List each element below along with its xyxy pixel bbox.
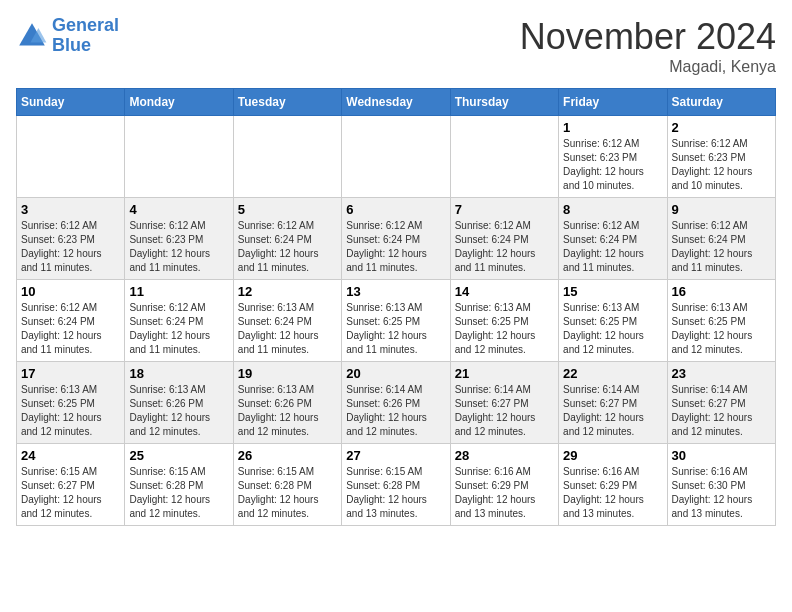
day-number: 13	[346, 284, 445, 299]
day-info: Sunrise: 6:12 AM Sunset: 6:23 PM Dayligh…	[563, 137, 662, 193]
calendar-cell: 16Sunrise: 6:13 AM Sunset: 6:25 PM Dayli…	[667, 280, 775, 362]
day-info: Sunrise: 6:16 AM Sunset: 6:29 PM Dayligh…	[455, 465, 554, 521]
day-number: 4	[129, 202, 228, 217]
day-info: Sunrise: 6:12 AM Sunset: 6:24 PM Dayligh…	[238, 219, 337, 275]
calendar-cell: 29Sunrise: 6:16 AM Sunset: 6:29 PM Dayli…	[559, 444, 667, 526]
calendar-cell	[17, 116, 125, 198]
calendar-cell: 21Sunrise: 6:14 AM Sunset: 6:27 PM Dayli…	[450, 362, 558, 444]
day-number: 1	[563, 120, 662, 135]
day-number: 22	[563, 366, 662, 381]
day-info: Sunrise: 6:13 AM Sunset: 6:25 PM Dayligh…	[563, 301, 662, 357]
day-number: 24	[21, 448, 120, 463]
calendar-cell: 24Sunrise: 6:15 AM Sunset: 6:27 PM Dayli…	[17, 444, 125, 526]
day-info: Sunrise: 6:12 AM Sunset: 6:23 PM Dayligh…	[21, 219, 120, 275]
header-monday: Monday	[125, 89, 233, 116]
calendar-cell: 12Sunrise: 6:13 AM Sunset: 6:24 PM Dayli…	[233, 280, 341, 362]
day-info: Sunrise: 6:14 AM Sunset: 6:26 PM Dayligh…	[346, 383, 445, 439]
day-info: Sunrise: 6:13 AM Sunset: 6:25 PM Dayligh…	[455, 301, 554, 357]
calendar-cell: 1Sunrise: 6:12 AM Sunset: 6:23 PM Daylig…	[559, 116, 667, 198]
week-row-2: 3Sunrise: 6:12 AM Sunset: 6:23 PM Daylig…	[17, 198, 776, 280]
day-info: Sunrise: 6:12 AM Sunset: 6:23 PM Dayligh…	[129, 219, 228, 275]
day-info: Sunrise: 6:16 AM Sunset: 6:30 PM Dayligh…	[672, 465, 771, 521]
day-info: Sunrise: 6:12 AM Sunset: 6:23 PM Dayligh…	[672, 137, 771, 193]
day-info: Sunrise: 6:12 AM Sunset: 6:24 PM Dayligh…	[129, 301, 228, 357]
day-info: Sunrise: 6:12 AM Sunset: 6:24 PM Dayligh…	[672, 219, 771, 275]
day-number: 11	[129, 284, 228, 299]
header-row: SundayMondayTuesdayWednesdayThursdayFrid…	[17, 89, 776, 116]
calendar-cell: 17Sunrise: 6:13 AM Sunset: 6:25 PM Dayli…	[17, 362, 125, 444]
calendar-cell: 11Sunrise: 6:12 AM Sunset: 6:24 PM Dayli…	[125, 280, 233, 362]
day-number: 10	[21, 284, 120, 299]
day-info: Sunrise: 6:13 AM Sunset: 6:25 PM Dayligh…	[346, 301, 445, 357]
calendar-cell	[233, 116, 341, 198]
calendar-cell: 18Sunrise: 6:13 AM Sunset: 6:26 PM Dayli…	[125, 362, 233, 444]
calendar-cell: 19Sunrise: 6:13 AM Sunset: 6:26 PM Dayli…	[233, 362, 341, 444]
day-number: 25	[129, 448, 228, 463]
day-number: 12	[238, 284, 337, 299]
day-number: 19	[238, 366, 337, 381]
calendar-cell: 3Sunrise: 6:12 AM Sunset: 6:23 PM Daylig…	[17, 198, 125, 280]
day-number: 28	[455, 448, 554, 463]
day-number: 27	[346, 448, 445, 463]
calendar-cell: 26Sunrise: 6:15 AM Sunset: 6:28 PM Dayli…	[233, 444, 341, 526]
day-number: 16	[672, 284, 771, 299]
day-number: 5	[238, 202, 337, 217]
day-info: Sunrise: 6:15 AM Sunset: 6:28 PM Dayligh…	[238, 465, 337, 521]
header-saturday: Saturday	[667, 89, 775, 116]
day-number: 3	[21, 202, 120, 217]
day-info: Sunrise: 6:14 AM Sunset: 6:27 PM Dayligh…	[455, 383, 554, 439]
calendar-cell: 30Sunrise: 6:16 AM Sunset: 6:30 PM Dayli…	[667, 444, 775, 526]
day-info: Sunrise: 6:13 AM Sunset: 6:26 PM Dayligh…	[238, 383, 337, 439]
day-info: Sunrise: 6:12 AM Sunset: 6:24 PM Dayligh…	[563, 219, 662, 275]
day-info: Sunrise: 6:15 AM Sunset: 6:27 PM Dayligh…	[21, 465, 120, 521]
calendar-cell: 2Sunrise: 6:12 AM Sunset: 6:23 PM Daylig…	[667, 116, 775, 198]
day-info: Sunrise: 6:14 AM Sunset: 6:27 PM Dayligh…	[672, 383, 771, 439]
calendar-cell: 14Sunrise: 6:13 AM Sunset: 6:25 PM Dayli…	[450, 280, 558, 362]
day-number: 23	[672, 366, 771, 381]
week-row-4: 17Sunrise: 6:13 AM Sunset: 6:25 PM Dayli…	[17, 362, 776, 444]
day-number: 2	[672, 120, 771, 135]
calendar-cell: 22Sunrise: 6:14 AM Sunset: 6:27 PM Dayli…	[559, 362, 667, 444]
week-row-1: 1Sunrise: 6:12 AM Sunset: 6:23 PM Daylig…	[17, 116, 776, 198]
calendar-cell: 4Sunrise: 6:12 AM Sunset: 6:23 PM Daylig…	[125, 198, 233, 280]
logo: General Blue	[16, 16, 119, 56]
calendar-body: 1Sunrise: 6:12 AM Sunset: 6:23 PM Daylig…	[17, 116, 776, 526]
day-info: Sunrise: 6:16 AM Sunset: 6:29 PM Dayligh…	[563, 465, 662, 521]
calendar-cell: 25Sunrise: 6:15 AM Sunset: 6:28 PM Dayli…	[125, 444, 233, 526]
day-number: 9	[672, 202, 771, 217]
day-info: Sunrise: 6:15 AM Sunset: 6:28 PM Dayligh…	[129, 465, 228, 521]
week-row-5: 24Sunrise: 6:15 AM Sunset: 6:27 PM Dayli…	[17, 444, 776, 526]
calendar-cell	[342, 116, 450, 198]
header-tuesday: Tuesday	[233, 89, 341, 116]
day-number: 8	[563, 202, 662, 217]
day-number: 15	[563, 284, 662, 299]
day-info: Sunrise: 6:13 AM Sunset: 6:25 PM Dayligh…	[21, 383, 120, 439]
day-number: 20	[346, 366, 445, 381]
calendar-cell	[450, 116, 558, 198]
day-number: 18	[129, 366, 228, 381]
calendar-cell: 13Sunrise: 6:13 AM Sunset: 6:25 PM Dayli…	[342, 280, 450, 362]
month-title: November 2024	[520, 16, 776, 58]
calendar-cell: 10Sunrise: 6:12 AM Sunset: 6:24 PM Dayli…	[17, 280, 125, 362]
day-info: Sunrise: 6:13 AM Sunset: 6:26 PM Dayligh…	[129, 383, 228, 439]
day-number: 30	[672, 448, 771, 463]
day-info: Sunrise: 6:15 AM Sunset: 6:28 PM Dayligh…	[346, 465, 445, 521]
location: Magadi, Kenya	[520, 58, 776, 76]
calendar-cell: 7Sunrise: 6:12 AM Sunset: 6:24 PM Daylig…	[450, 198, 558, 280]
calendar-cell: 6Sunrise: 6:12 AM Sunset: 6:24 PM Daylig…	[342, 198, 450, 280]
logo-general: General	[52, 15, 119, 35]
calendar-cell: 27Sunrise: 6:15 AM Sunset: 6:28 PM Dayli…	[342, 444, 450, 526]
title-block: November 2024 Magadi, Kenya	[520, 16, 776, 76]
logo-text: General Blue	[52, 16, 119, 56]
calendar-cell: 15Sunrise: 6:13 AM Sunset: 6:25 PM Dayli…	[559, 280, 667, 362]
day-number: 7	[455, 202, 554, 217]
calendar-cell: 8Sunrise: 6:12 AM Sunset: 6:24 PM Daylig…	[559, 198, 667, 280]
header-thursday: Thursday	[450, 89, 558, 116]
calendar-cell: 5Sunrise: 6:12 AM Sunset: 6:24 PM Daylig…	[233, 198, 341, 280]
header-sunday: Sunday	[17, 89, 125, 116]
logo-blue: Blue	[52, 36, 119, 56]
header-wednesday: Wednesday	[342, 89, 450, 116]
day-number: 6	[346, 202, 445, 217]
calendar-cell: 23Sunrise: 6:14 AM Sunset: 6:27 PM Dayli…	[667, 362, 775, 444]
day-number: 17	[21, 366, 120, 381]
